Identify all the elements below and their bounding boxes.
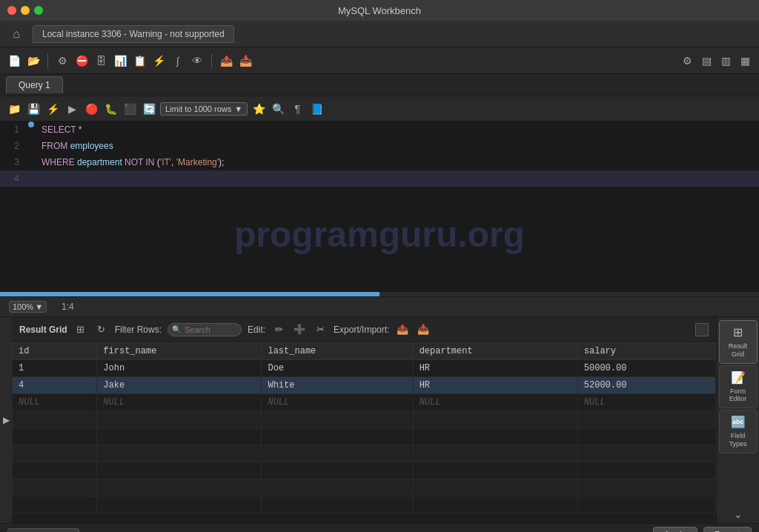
col-id: id (13, 343, 97, 360)
progress-bar (0, 292, 759, 296)
col-first-name: first_name (97, 343, 262, 360)
grid-view-icon[interactable]: ⊞ (73, 322, 88, 337)
save-sql-icon[interactable]: 💾 (25, 101, 42, 117)
right-sidebar: ⊞ ResultGrid 📝 FormEditor 🔤 FieldTypes ⌄ (716, 317, 759, 523)
editor-status-bar: 100% ▼ 1:4 (0, 296, 759, 317)
panel-icon[interactable]: ▦ (737, 53, 753, 69)
traffic-lights (7, 6, 43, 15)
search-input[interactable] (168, 323, 242, 336)
form-editor-sidebar-label: FormEditor (729, 388, 747, 404)
empty-row (13, 479, 716, 496)
run-selected-icon[interactable]: 🔴 (83, 101, 99, 117)
null-cell: NULL (577, 394, 715, 411)
expand-panel-button[interactable]: ▶ (0, 317, 12, 523)
schema-icon[interactable]: 🗄 (93, 53, 109, 69)
open-icon[interactable]: 📂 (25, 53, 42, 69)
layout-icon[interactable]: ▤ (698, 53, 715, 69)
sql-line-2: 2 FROM employees (0, 138, 759, 154)
search-wrapper (168, 323, 242, 336)
export-icon[interactable]: 📤 (218, 53, 234, 69)
home-icon[interactable]: ⌂ (6, 24, 27, 44)
col-department: department (413, 343, 577, 360)
field-types-sidebar-label: FieldTypes (729, 432, 746, 448)
format-icon[interactable]: ¶ (289, 101, 305, 117)
cell-last_name: Doe (262, 360, 413, 377)
star-icon[interactable]: ⭐ (251, 101, 267, 117)
refresh-query-icon[interactable]: 🔄 (141, 101, 157, 117)
table-header-row: id first_name last_name department salar… (13, 343, 716, 360)
apply-button[interactable]: Apply (653, 527, 697, 533)
index-icon[interactable]: 📋 (131, 53, 148, 69)
null-cell: NULL (262, 394, 413, 411)
refresh-result-icon[interactable]: ↻ (94, 322, 109, 337)
run-current-icon[interactable]: ▶ (64, 101, 80, 117)
main-toolbar: 📄 📂 ⚙ ⛔ 🗄 📊 📋 ⚡ ∫ 👁 📤 📥 ⚙ ▤ ▥ ▦ (0, 47, 759, 74)
connection-tab[interactable]: Local instance 3306 - Warning - not supp… (33, 25, 234, 43)
query-tab-1[interactable]: Query 1 (6, 76, 63, 93)
zoom-select[interactable]: 100% ▼ (9, 301, 47, 313)
stop-icon[interactable]: ⛔ (73, 53, 90, 69)
cell-id: 4 (13, 377, 97, 394)
stop-query-icon[interactable]: ⬛ (122, 101, 138, 117)
export-label: Export/Import: (334, 325, 389, 335)
field-types-sidebar-btn[interactable]: 🔤 FieldTypes (719, 410, 758, 453)
new-file-icon[interactable]: 📄 (6, 53, 22, 69)
cursor-position: 1:4 (62, 302, 74, 312)
revert-button[interactable]: Revert (703, 527, 752, 533)
empty-row (13, 462, 716, 479)
title-bar: MySQL Workbench (0, 0, 759, 21)
table-icon[interactable]: 📊 (112, 53, 128, 69)
app-title: MySQL Workbench (338, 5, 421, 16)
collapse-sidebar-icon[interactable]: ⌄ (734, 508, 743, 523)
run-icon[interactable]: ⚡ (44, 101, 61, 117)
null-row: NULLNULLNULLNULLNULL (13, 394, 716, 411)
procedure-icon[interactable]: ⚡ (150, 53, 167, 69)
result-grid-label: Result Grid (19, 325, 67, 335)
edit-icon[interactable]: ✏ (271, 322, 286, 337)
result-table-wrapper: id first_name last_name department salar… (12, 342, 716, 523)
result-grid-icon: ⊞ (733, 325, 743, 339)
result-grid-sidebar-label: ResultGrid (729, 342, 748, 359)
import-icon[interactable]: 📥 (416, 322, 431, 337)
settings-icon[interactable]: ⚙ (679, 53, 695, 69)
open-sql-icon[interactable]: 📁 (6, 101, 22, 117)
refresh-icon[interactable]: ⚙ (54, 53, 70, 69)
sql-editor[interactable]: 1 SELECT * 2 FROM employees 3 WHERE depa… (0, 122, 759, 292)
add-row-icon[interactable]: ➕ (292, 322, 307, 337)
toolbar-separator-2 (211, 53, 212, 68)
table-row[interactable]: 1JohnDoeHR50000.00 (13, 360, 716, 377)
progress-fill (0, 292, 380, 296)
result-grid-sidebar-btn[interactable]: ⊞ ResultGrid (719, 320, 758, 364)
limit-select[interactable]: Limit to 1000 rows ▼ (160, 102, 248, 116)
maximize-button[interactable] (34, 6, 43, 15)
cell-salary: 50000.00 (577, 360, 715, 377)
debug-icon[interactable]: 🐛 (102, 101, 119, 117)
close-button[interactable] (7, 6, 16, 15)
table-row[interactable]: 4JakeWhiteHR52000.00 (13, 377, 716, 394)
watermark: programguru.org (234, 214, 525, 255)
minimize-button[interactable] (21, 6, 30, 15)
cell-department: HR (413, 377, 577, 394)
form-editor-sidebar-btn[interactable]: 📝 FormEditor (719, 365, 758, 409)
result-panel: Result Grid ⊞ ↻ Filter Rows: Edit: ✏ ➕ ✂… (12, 317, 716, 523)
query-tab-bar: Query 1 (0, 74, 759, 96)
null-cell: NULL (97, 394, 262, 411)
employees-tab[interactable]: employees 140 (7, 528, 79, 533)
checkbox[interactable] (695, 323, 709, 336)
empty-row (13, 428, 716, 445)
form-editor-icon: 📝 (731, 370, 746, 385)
view-icon[interactable]: 👁 (189, 53, 205, 69)
export-icon[interactable]: 📤 (395, 322, 410, 337)
empty-row (13, 411, 716, 428)
help-icon[interactable]: 📘 (308, 101, 325, 117)
toolbar-separator (47, 53, 48, 68)
function-icon[interactable]: ∫ (170, 53, 186, 69)
split-icon[interactable]: ▥ (717, 53, 734, 69)
cell-department: HR (413, 360, 577, 377)
result-table: id first_name last_name department salar… (12, 342, 716, 513)
search-icon[interactable]: 🔍 (270, 101, 286, 117)
delete-row-icon[interactable]: ✂ (313, 322, 328, 337)
cell-first_name: Jake (97, 377, 262, 394)
import-icon[interactable]: 📥 (237, 53, 253, 69)
col-salary: salary (577, 343, 715, 360)
